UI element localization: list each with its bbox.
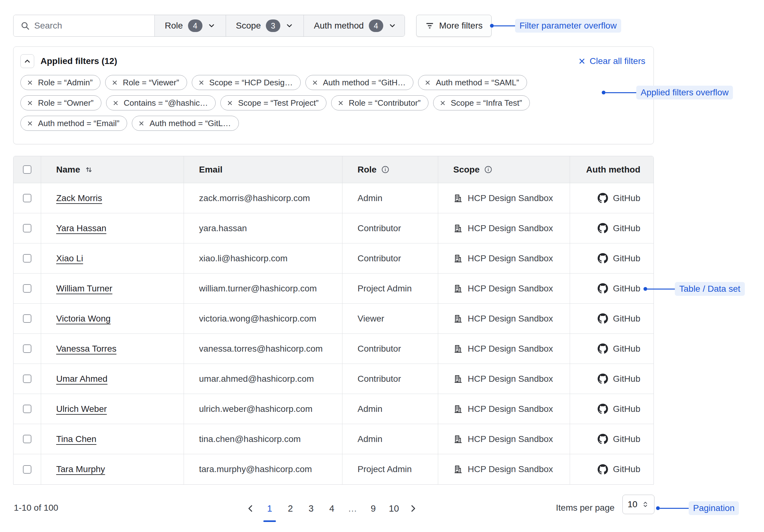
row-checkbox[interactable] (23, 435, 31, 443)
auth-method-value: GitHub (613, 434, 640, 444)
column-label: Role (357, 165, 377, 175)
role-cell: Admin (342, 183, 438, 213)
user-name-link[interactable]: Umar Ahmed (56, 374, 107, 384)
column-header-role[interactable]: Role (342, 156, 438, 183)
page-button[interactable]: 2 (282, 499, 299, 518)
user-name-link[interactable]: Tara Murphy (56, 464, 105, 474)
filter-chip[interactable]: Contains = “@hashic… (106, 95, 216, 110)
scope-cell: HCP Design Sandbox (438, 304, 570, 334)
users-table: Name Email Role Scope Auth method (13, 156, 654, 485)
role-value: Contributor (357, 344, 401, 354)
close-icon[interactable] (424, 79, 431, 86)
collapse-button[interactable] (20, 54, 34, 68)
page-button: … (344, 499, 361, 518)
email-cell: william.turner@hashicorp.com (184, 274, 342, 304)
row-checkbox[interactable] (23, 374, 31, 383)
search-field[interactable] (14, 15, 154, 36)
close-icon[interactable] (227, 100, 233, 106)
user-name-link[interactable]: Victoria Wong (56, 314, 110, 324)
close-icon[interactable] (138, 120, 145, 127)
user-name-link[interactable]: Xiao Li (56, 253, 83, 263)
row-checkbox[interactable] (23, 284, 31, 293)
filter-chip[interactable]: Auth method = “SAML” (418, 75, 527, 90)
page-button[interactable]: 1 (261, 499, 279, 518)
scope-cell: HCP Design Sandbox (438, 243, 570, 274)
sort-arrows-icon[interactable] (85, 165, 93, 174)
column-header-auth-method[interactable]: Auth method (570, 156, 654, 183)
page-button[interactable]: 3 (302, 499, 320, 518)
email-cell: vanessa.torres@hashicorp.com (184, 334, 342, 364)
more-filters-label: More filters (439, 21, 482, 31)
column-header-email[interactable]: Email (184, 156, 342, 183)
row-checkbox[interactable] (23, 224, 31, 232)
user-name-link[interactable]: Tina Chen (56, 434, 96, 444)
filter-dropdown[interactable]: Role 4 (154, 15, 226, 36)
filter-chip[interactable]: Scope = “Test Project” (220, 95, 326, 110)
row-checkbox[interactable] (23, 254, 31, 263)
items-per-page-select[interactable]: 10 (623, 495, 655, 514)
scope-cell: HCP Design Sandbox (438, 454, 570, 484)
filter-chip[interactable]: Auth method = “Email” (20, 116, 127, 131)
github-icon (598, 283, 608, 294)
previous-page-button[interactable] (243, 499, 258, 518)
close-icon[interactable] (27, 100, 33, 106)
select-all-cell (14, 156, 41, 183)
close-icon[interactable] (112, 100, 119, 106)
auth-method-value: GitHub (613, 223, 640, 233)
user-name-link[interactable]: Yara Hassan (56, 223, 106, 233)
close-icon[interactable] (312, 79, 318, 86)
filter-chip[interactable]: Role = “Admin” (20, 75, 100, 90)
email-cell: tina.chen@hashicorp.com (184, 424, 342, 454)
role-value: Admin (357, 434, 382, 444)
more-filters-button[interactable]: More filters (416, 15, 491, 37)
row-checkbox[interactable] (23, 405, 31, 413)
filter-chip[interactable]: Role = “Contributor” (331, 95, 429, 110)
close-icon[interactable] (27, 120, 33, 127)
clear-all-filters-link[interactable]: Clear all filters (578, 56, 645, 66)
row-checkbox[interactable] (23, 194, 31, 202)
row-checkbox[interactable] (23, 344, 31, 353)
email-value: umar.ahmed@hashicorp.com (199, 374, 314, 384)
filter-count-badge: 4 (369, 19, 383, 32)
search-input[interactable] (34, 21, 147, 31)
page-button[interactable]: 4 (323, 499, 340, 518)
user-name-link[interactable]: Ulrich Weber (56, 404, 107, 414)
user-name-link[interactable]: William Turner (56, 284, 112, 294)
close-icon[interactable] (27, 79, 33, 86)
close-icon[interactable] (440, 100, 446, 106)
select-all-checkbox[interactable] (23, 165, 31, 174)
annotation-table: Table / Data set (644, 282, 745, 296)
auth-method-cell: GitHub (570, 183, 654, 213)
auth-method-value: GitHub (613, 344, 640, 354)
github-icon (598, 343, 608, 354)
info-icon[interactable] (484, 165, 492, 174)
next-page-button[interactable] (406, 499, 420, 518)
info-icon[interactable] (381, 165, 390, 174)
filter-chip[interactable]: Scope = “Infra Test” (433, 95, 530, 110)
page-button[interactable]: 9 (364, 499, 382, 518)
email-cell: yara.hassan (184, 213, 342, 243)
row-checkbox[interactable] (23, 314, 31, 323)
row-select-cell (14, 424, 41, 454)
scope-value: HCP Design Sandbox (468, 374, 553, 384)
filter-chip[interactable]: Auth method = “GitH… (305, 75, 414, 90)
filter-chip[interactable]: Role = “Viewer” (105, 75, 187, 90)
row-checkbox[interactable] (23, 465, 31, 474)
column-header-scope[interactable]: Scope (438, 156, 570, 183)
table-row: William Turner william.turner@hashicorp.… (14, 274, 654, 304)
close-icon[interactable] (111, 79, 118, 86)
filter-chip[interactable]: Role = “Owner” (20, 95, 101, 110)
row-select-cell (14, 183, 41, 213)
role-cell: Viewer (342, 304, 438, 334)
scope-value: HCP Design Sandbox (468, 464, 553, 474)
column-header-name[interactable]: Name (41, 156, 184, 183)
user-name-link[interactable]: Zack Morris (56, 193, 102, 203)
close-icon[interactable] (337, 100, 344, 106)
filter-chip[interactable]: Scope = “HCP Desig… (192, 75, 301, 90)
page-button[interactable]: 10 (385, 499, 403, 518)
filter-dropdown[interactable]: Scope 3 (226, 15, 303, 36)
filter-dropdown[interactable]: Auth method 4 (303, 15, 405, 36)
close-icon[interactable] (198, 79, 205, 86)
filter-chip[interactable]: Auth method = “GitL… (132, 116, 239, 131)
user-name-link[interactable]: Vanessa Torres (56, 344, 116, 354)
